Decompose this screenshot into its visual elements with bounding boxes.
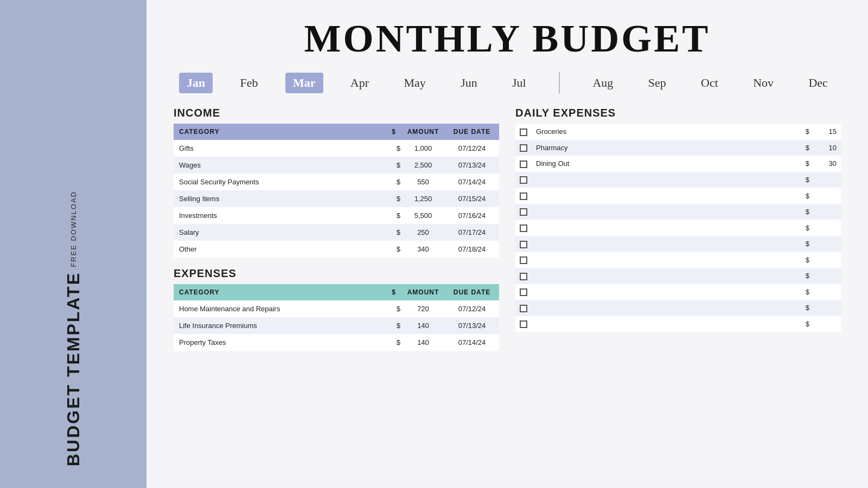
checkbox-cell[interactable] <box>515 268 532 284</box>
income-amount: 550 <box>401 174 445 190</box>
income-row: Salary $ 250 07/17/24 <box>174 224 499 241</box>
month-jun[interactable]: Jun <box>453 73 485 93</box>
daily-amount <box>814 284 841 300</box>
checkbox-cell[interactable] <box>515 140 532 156</box>
checkbox-cell[interactable] <box>515 156 532 172</box>
checkbox-cell[interactable] <box>515 284 532 300</box>
page-title: MONTHLY BUDGET <box>174 16 841 61</box>
checkbox-cell[interactable] <box>515 316 532 332</box>
exp-col-category: CATEGORY <box>174 284 386 300</box>
income-category: Investments <box>174 207 386 224</box>
checkbox-icon[interactable] <box>520 160 527 168</box>
income-category: Gifts <box>174 140 386 157</box>
income-dollar: $ <box>386 157 401 174</box>
income-amount: 1,000 <box>401 140 445 157</box>
daily-dollar: $ <box>801 252 814 268</box>
checkbox-cell[interactable] <box>515 252 532 268</box>
daily-dollar: $ <box>801 172 814 188</box>
checkbox-cell[interactable] <box>515 204 532 220</box>
daily-expense-row: $ <box>515 316 841 332</box>
daily-amount <box>814 252 841 268</box>
income-amount: 1,250 <box>401 190 445 207</box>
exp-col-amount: AMOUNT <box>401 284 445 300</box>
daily-amount <box>814 204 841 220</box>
checkbox-cell[interactable] <box>515 188 532 204</box>
exp-due-date: 07/12/24 <box>445 300 499 317</box>
daily-expense-row: $ <box>515 172 841 188</box>
month-sep[interactable]: Sep <box>641 73 674 93</box>
checkbox-icon[interactable] <box>520 208 527 216</box>
daily-dollar: $ <box>801 204 814 220</box>
month-may[interactable]: May <box>396 73 433 93</box>
daily-amount <box>814 268 841 284</box>
daily-category <box>532 204 801 220</box>
income-label: INCOME <box>174 107 499 119</box>
exp-col-due-date: DUE DATE <box>445 284 499 300</box>
daily-expense-row: $ <box>515 220 841 236</box>
checkbox-icon[interactable] <box>520 273 527 280</box>
checkbox-icon[interactable] <box>520 129 527 136</box>
checkbox-icon[interactable] <box>520 176 527 184</box>
expenses-row: Life Insurance Premiums $ 140 07/13/24 <box>174 317 499 334</box>
expenses-row: Home Maintenance and Repairs $ 720 07/12… <box>174 300 499 317</box>
main-content: MONTHLY BUDGET Jan Feb Mar Apr May Jun J… <box>146 0 868 488</box>
month-dec[interactable]: Dec <box>801 73 835 93</box>
income-col-dollar: $ <box>386 124 401 140</box>
daily-category: Groceries <box>532 124 801 140</box>
daily-dollar: $ <box>801 316 814 332</box>
checkbox-icon[interactable] <box>520 241 527 248</box>
month-jul[interactable]: Jul <box>505 73 534 93</box>
income-col-category: CATEGORY <box>174 124 386 140</box>
exp-due-date: 07/13/24 <box>445 317 499 334</box>
daily-category <box>532 188 801 204</box>
income-due-date: 07/14/24 <box>445 174 499 190</box>
checkbox-cell[interactable] <box>515 172 532 188</box>
month-oct[interactable]: Oct <box>693 73 726 93</box>
exp-amount: 720 <box>401 300 445 317</box>
checkbox-icon[interactable] <box>520 192 527 200</box>
checkbox-icon[interactable] <box>520 224 527 232</box>
month-nov[interactable]: Nov <box>745 73 781 93</box>
checkbox-icon[interactable] <box>520 256 527 264</box>
month-apr[interactable]: Apr <box>343 73 376 93</box>
income-due-date: 07/15/24 <box>445 190 499 207</box>
daily-category: Pharmacy <box>532 140 801 156</box>
checkbox-cell[interactable] <box>515 220 532 236</box>
income-due-date: 07/13/24 <box>445 157 499 174</box>
exp-category: Life Insurance Premiums <box>174 317 386 334</box>
exp-dollar: $ <box>386 317 401 334</box>
checkbox-icon[interactable] <box>520 144 527 152</box>
exp-col-dollar: $ <box>386 284 401 300</box>
income-row: Other $ 340 07/18/24 <box>174 241 499 258</box>
daily-expense-row: $ <box>515 268 841 284</box>
income-col-due-date: DUE DATE <box>445 124 499 140</box>
month-jan[interactable]: Jan <box>179 73 213 93</box>
income-section: INCOME CATEGORY $ AMOUNT DUE DATE Gifts … <box>174 107 499 258</box>
daily-expense-row: $ <box>515 252 841 268</box>
daily-category <box>532 172 801 188</box>
exp-category: Home Maintenance and Repairs <box>174 300 386 317</box>
daily-dollar: $ <box>801 140 814 156</box>
checkbox-cell[interactable] <box>515 236 532 252</box>
checkbox-icon[interactable] <box>520 305 527 312</box>
daily-amount <box>814 172 841 188</box>
daily-expense-row: $ <box>515 204 841 220</box>
checkbox-cell[interactable] <box>515 124 532 140</box>
daily-dollar: $ <box>801 220 814 236</box>
income-category: Wages <box>174 157 386 174</box>
checkbox-icon[interactable] <box>520 288 527 296</box>
checkbox-icon[interactable] <box>520 320 527 328</box>
month-mar[interactable]: Mar <box>285 73 323 93</box>
month-feb[interactable]: Feb <box>233 73 266 93</box>
checkbox-cell[interactable] <box>515 300 532 316</box>
daily-amount <box>814 236 841 252</box>
daily-expense-row: Pharmacy $ 10 <box>515 140 841 156</box>
daily-dollar: $ <box>801 156 814 172</box>
month-aug[interactable]: Aug <box>585 73 621 93</box>
income-dollar: $ <box>386 190 401 207</box>
daily-dollar: $ <box>801 124 814 140</box>
expenses-table: CATEGORY $ AMOUNT DUE DATE Home Maintena… <box>174 284 499 351</box>
income-col-amount: AMOUNT <box>401 124 445 140</box>
income-category: Selling Items <box>174 190 386 207</box>
income-due-date: 07/12/24 <box>445 140 499 157</box>
